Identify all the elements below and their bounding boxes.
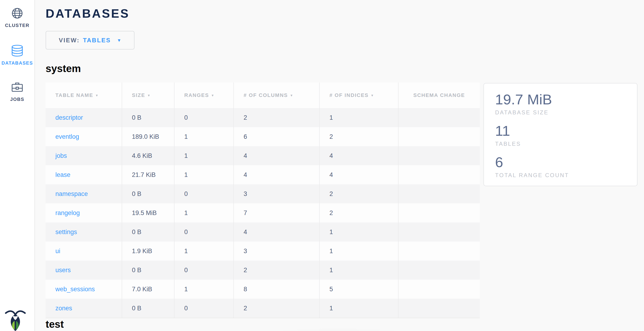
- cell-size: 0 B: [122, 222, 174, 242]
- table-row: web_sessions 7.0 KiB 1 8 5: [46, 280, 480, 299]
- cell-table-name: lease: [46, 165, 122, 184]
- table-row: rangelog 19.5 MiB 1 7 2: [46, 203, 480, 222]
- cell-table-name: eventlog: [46, 127, 122, 146]
- table-link[interactable]: lease: [55, 171, 70, 179]
- cell-columns: 6: [233, 127, 319, 146]
- table-link[interactable]: namespace: [55, 190, 88, 198]
- cell-indices: 4: [319, 146, 398, 165]
- database-name-heading-test: test: [46, 319, 64, 330]
- column-header-indices[interactable]: # OF INDICES ▾: [319, 82, 398, 108]
- cell-size: 0 B: [122, 299, 174, 318]
- sidebar-item-databases[interactable]: DATABASES: [0, 45, 34, 66]
- table-row: eventlog 189.0 KiB 1 6 2: [46, 127, 480, 146]
- sort-desc-icon: ▾: [96, 93, 98, 97]
- table-link[interactable]: eventlog: [55, 133, 79, 140]
- cell-ranges: 0: [174, 108, 233, 127]
- briefcase-icon: [11, 81, 23, 93]
- cell-indices: 2: [319, 184, 398, 203]
- cell-indices: 1: [319, 299, 398, 318]
- table-link[interactable]: descriptor: [55, 114, 83, 121]
- cell-columns: 4: [233, 165, 319, 184]
- cell-indices: 1: [319, 242, 398, 261]
- cell-ranges: 0: [174, 261, 233, 280]
- next-card-shadow: [200, 324, 477, 331]
- cell-table-name: jobs: [46, 146, 122, 165]
- cell-schema-change: [398, 184, 480, 203]
- column-header-size[interactable]: SIZE ▾: [122, 82, 174, 108]
- cell-schema-change: [398, 146, 480, 165]
- sidebar-item-label: DATABASES: [2, 60, 33, 66]
- cell-schema-change: [398, 108, 480, 127]
- system-tables-table: TABLE NAME ▾ SIZE ▾ RANGES ▾ # OF COLUMN…: [46, 82, 480, 318]
- cell-size: 189.0 KiB: [122, 127, 174, 146]
- page-title: DATABASES: [46, 6, 130, 20]
- sidebar-item-jobs[interactable]: JOBS: [0, 81, 34, 102]
- database-size-value: 19.7 MiB: [495, 92, 637, 107]
- cell-columns: 2: [233, 261, 319, 280]
- cell-indices: 5: [319, 280, 398, 299]
- view-dropdown[interactable]: VIEW: TABLES ▼: [46, 31, 134, 49]
- cell-columns: 3: [233, 184, 319, 203]
- tables-count-value: 11: [495, 123, 637, 138]
- database-size-label: DATABASE SIZE: [495, 109, 637, 116]
- cell-ranges: 1: [174, 242, 233, 261]
- cell-schema-change: [398, 280, 480, 299]
- cell-size: 19.5 MiB: [122, 203, 174, 222]
- column-header-columns[interactable]: # OF COLUMNS ▾: [233, 82, 319, 108]
- range-count-value: 6: [495, 155, 637, 170]
- database-summary-card: 19.7 MiB DATABASE SIZE 11 TABLES 6 TOTAL…: [484, 83, 638, 186]
- cell-table-name: web_sessions: [46, 280, 122, 299]
- sidebar-item-label: CLUSTER: [5, 23, 30, 28]
- cell-columns: 4: [233, 222, 319, 242]
- cell-schema-change: [398, 299, 480, 318]
- column-header-ranges[interactable]: RANGES ▾: [174, 82, 233, 108]
- cell-columns: 2: [233, 108, 319, 127]
- table-row: users 0 B 0 2 1: [46, 261, 480, 280]
- cell-table-name: ui: [46, 242, 122, 261]
- cell-schema-change: [398, 261, 480, 280]
- tables-count-label: TABLES: [495, 141, 637, 147]
- table-link[interactable]: settings: [55, 229, 77, 236]
- cell-columns: 8: [233, 280, 319, 299]
- table-link[interactable]: rangelog: [55, 209, 80, 217]
- cell-table-name: zones: [46, 299, 122, 318]
- cell-ranges: 1: [174, 280, 233, 299]
- cell-indices: 2: [319, 203, 398, 222]
- chevron-down-icon: ▼: [117, 38, 121, 42]
- column-header-table-name[interactable]: TABLE NAME ▾: [46, 82, 122, 108]
- cell-table-name: settings: [46, 222, 122, 242]
- cell-indices: 4: [319, 165, 398, 184]
- cell-ranges: 0: [174, 184, 233, 203]
- cell-ranges: 1: [174, 146, 233, 165]
- cell-columns: 7: [233, 203, 319, 222]
- globe-icon: [12, 7, 23, 19]
- cell-ranges: 1: [174, 127, 233, 146]
- cell-indices: 1: [319, 222, 398, 242]
- cell-ranges: 0: [174, 299, 233, 318]
- sidebar-item-cluster[interactable]: CLUSTER: [0, 7, 34, 28]
- sidebar: CLUSTER DATABASES JOBS: [0, 0, 35, 331]
- sort-desc-icon: ▾: [212, 93, 214, 97]
- column-header-schema-change: SCHEMA CHANGE: [398, 82, 480, 108]
- cell-table-name: descriptor: [46, 108, 122, 127]
- cell-indices: 2: [319, 127, 398, 146]
- cell-table-name: users: [46, 261, 122, 280]
- table-link[interactable]: web_sessions: [55, 286, 95, 293]
- cell-columns: 4: [233, 146, 319, 165]
- cell-indices: 1: [319, 261, 398, 280]
- table-link[interactable]: zones: [55, 305, 72, 312]
- table-link[interactable]: ui: [55, 248, 60, 255]
- table-link[interactable]: jobs: [55, 152, 67, 159]
- table-row: settings 0 B 0 4 1: [46, 222, 480, 242]
- cell-columns: 3: [233, 242, 319, 261]
- cell-ranges: 1: [174, 165, 233, 184]
- table-row: jobs 4.6 KiB 1 4 4: [46, 146, 480, 165]
- table-link[interactable]: users: [55, 267, 71, 274]
- cell-ranges: 1: [174, 203, 233, 222]
- table-row: descriptor 0 B 0 2 1: [46, 108, 480, 127]
- cell-table-name: rangelog: [46, 203, 122, 222]
- sort-desc-icon: ▾: [148, 93, 150, 97]
- view-dropdown-value: TABLES: [83, 37, 111, 44]
- cell-table-name: namespace: [46, 184, 122, 203]
- database-name-heading-system: system: [46, 63, 81, 74]
